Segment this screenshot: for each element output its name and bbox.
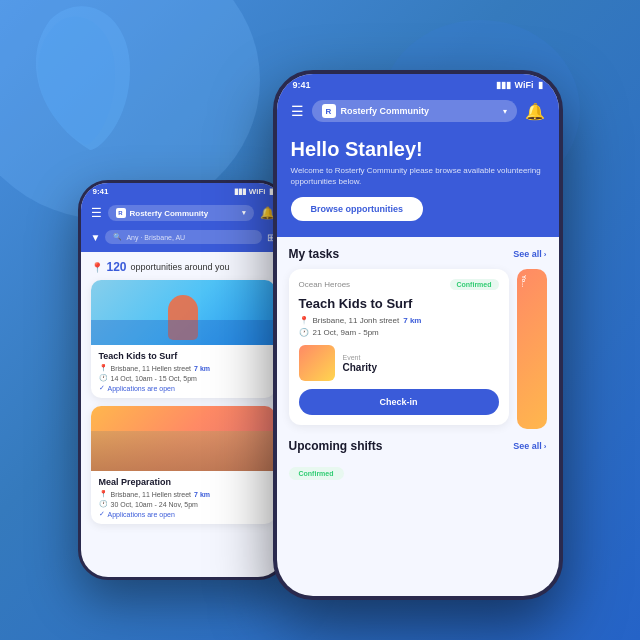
phone-1-card-meal-status: ✓ Applications are open (99, 510, 267, 518)
wifi-icon: WiFi (249, 187, 266, 196)
task-clock-icon: 🕐 (299, 328, 309, 337)
phone-1-card-meal-dist: 7 km (194, 491, 210, 498)
phone-2-logo-pill[interactable]: R Rosterfy Community ▾ (312, 100, 517, 122)
phone-2-my-tasks-header: My tasks See all › (289, 247, 547, 261)
phone-1-card-meal-title: Meal Preparation (99, 477, 267, 487)
phone-1-content: 📍 120 opportunities around you Teach Kid… (81, 252, 285, 540)
phone-1-logo-icon: R (116, 208, 126, 218)
phone-1-card-meal-status-text: Applications are open (108, 511, 175, 518)
browse-opportunities-button[interactable]: Browse opportunities (291, 197, 424, 221)
task-event-img-inner (299, 345, 335, 381)
phone-2-task-card-surf[interactable]: Ocean Heroes Confirmed Teach Kids to Sur… (289, 269, 509, 425)
upcoming-see-all[interactable]: See all › (513, 441, 546, 451)
location-icon: 📍 (99, 364, 108, 372)
phone-2-status-icons: ▮▮▮ WiFi ▮ (496, 80, 543, 90)
phone-2-hero: Hello Stanley! Welcome to Rosterfy Commu… (277, 128, 559, 237)
task-title: Teach Kids to Surf (299, 296, 499, 311)
phone-1-opp-count: 120 (107, 260, 127, 274)
phone-1-time: 9:41 (93, 187, 109, 196)
signal-icon: ▮▮▮ (234, 187, 246, 196)
meal-hands-decoration (91, 431, 275, 471)
phone-2-logo-icon: R (322, 104, 336, 118)
upcoming-shifts-title: Upcoming shifts (289, 439, 383, 453)
phone-1-card-meal[interactable]: Meal Preparation 📍 Brisbane, 11 Hellen s… (91, 406, 275, 524)
phone-2-greeting: Hello Stanley! (291, 138, 545, 161)
task-location-text: Brisbane, 11 Jonh street (313, 316, 400, 325)
phones-container: 9:41 ▮▮▮ WiFi ▮ ☰ R Rosterfy Community ▾… (78, 70, 563, 600)
task-card-partial: Yo... (517, 269, 547, 429)
phone-1-logo-text: Rosterfy Community (130, 209, 209, 218)
phone-1-card-meal-image (91, 406, 275, 471)
phone-1-card-meal-date-text: 30 Oct, 10am - 24 Nov, 5pm (111, 501, 198, 508)
phone-2-task-card-header: Ocean Heroes Confirmed (299, 279, 499, 290)
phone-2: 9:41 ▮▮▮ WiFi ▮ ☰ R Rosterfy Community ▾… (273, 70, 563, 600)
phone-1-statusbar: 9:41 ▮▮▮ WiFi ▮ (81, 183, 285, 200)
my-tasks-see-all[interactable]: See all › (513, 249, 546, 259)
phone-1-card-meal-location: 📍 Brisbane, 11 Hellen street 7 km (99, 490, 267, 498)
phone-2-upcoming-shifts: Upcoming shifts See all › Confirmed (289, 439, 547, 480)
upcoming-confirmed-badge: Confirmed (289, 467, 344, 480)
phone-1-status-icons: ▮▮▮ WiFi ▮ (234, 187, 273, 196)
check-icon-2: ✓ (99, 510, 105, 518)
phone-1-chevron-icon: ▾ (242, 209, 246, 217)
phone-1-card-meal-date: 🕐 30 Oct, 10am - 24 Nov, 5pm (99, 500, 267, 508)
phone-1-logo-pill[interactable]: R Rosterfy Community ▾ (108, 205, 254, 221)
phone-1-card-surf-loc-text: Brisbane, 11 Hellen street (111, 365, 192, 372)
task-cards-row: Ocean Heroes Confirmed Teach Kids to Sur… (289, 269, 547, 435)
phone-1-opp-header: 📍 120 opportunities around you (91, 260, 275, 274)
phone-1-filterbar: ▼ 🔍 Any · Brisbane, AU ⊞ (81, 226, 285, 252)
phone-1-card-surf-dist: 7 km (194, 365, 210, 372)
phone-2-upcoming-header: Upcoming shifts See all › (289, 439, 547, 453)
task-distance: 7 km (403, 316, 421, 325)
task-status-badge: Confirmed (450, 279, 499, 290)
task-location: 📍 Brisbane, 11 Jonh street 7 km (299, 316, 499, 325)
phone-1-pin-icon: 📍 (91, 262, 103, 273)
phone-2-content: My tasks See all › Ocean Heroes Confirme… (277, 237, 559, 490)
partial-card-text: Yo... (517, 269, 531, 293)
phone-1: 9:41 ▮▮▮ WiFi ▮ ☰ R Rosterfy Community ▾… (78, 180, 288, 580)
phone-1-search-box[interactable]: 🔍 Any · Brisbane, AU (105, 230, 261, 244)
checkin-button[interactable]: Check-in (299, 389, 499, 415)
my-tasks-title: My tasks (289, 247, 340, 261)
task-date-text: 21 Oct, 9am - 5pm (313, 328, 379, 337)
task-event-image (299, 345, 335, 381)
phone-2-wifi-icon: WiFi (515, 80, 534, 90)
task-event-label: Event (343, 354, 499, 361)
phone-1-card-surf-image (91, 280, 275, 345)
phone-1-card-surf[interactable]: Teach Kids to Surf 📍 Brisbane, 11 Hellen… (91, 280, 275, 398)
location-icon-2: 📍 (99, 490, 108, 498)
phone-1-filter-icon[interactable]: ▼ (91, 232, 101, 243)
phone-1-card-surf-location: 📍 Brisbane, 11 Hellen street 7 km (99, 364, 267, 372)
phone-2-bell-icon[interactable]: 🔔 (525, 102, 545, 121)
task-location-icon: 📍 (299, 316, 309, 325)
upcoming-see-all-chevron-icon: › (544, 442, 547, 451)
phone-1-search-text: Any · Brisbane, AU (126, 234, 185, 241)
check-icon: ✓ (99, 384, 105, 392)
phone-1-screen: 9:41 ▮▮▮ WiFi ▮ ☰ R Rosterfy Community ▾… (81, 183, 285, 577)
phone-1-opp-text: opportunities around you (131, 262, 230, 272)
see-all-label: See all (513, 249, 542, 259)
phone-1-header: ☰ R Rosterfy Community ▾ 🔔 (81, 200, 285, 226)
phone-1-card-surf-date: 🕐 14 Oct, 10am - 15 Oct, 5pm (99, 374, 267, 382)
phone-1-card-surf-date-text: 14 Oct, 10am - 15 Oct, 5pm (111, 375, 197, 382)
phone-1-card-surf-status-text: Applications are open (108, 385, 175, 392)
phone-1-card-surf-status: ✓ Applications are open (99, 384, 267, 392)
task-organizer: Ocean Heroes (299, 280, 351, 289)
search-icon: 🔍 (113, 233, 122, 241)
upcoming-see-all-label: See all (513, 441, 542, 451)
phone-2-header: ☰ R Rosterfy Community ▾ 🔔 (277, 94, 559, 128)
phone-1-card-surf-info: Teach Kids to Surf 📍 Brisbane, 11 Hellen… (91, 345, 275, 398)
phone-2-statusbar: 9:41 ▮▮▮ WiFi ▮ (277, 74, 559, 94)
phone-2-signal-icon: ▮▮▮ (496, 80, 511, 90)
clock-icon: 🕐 (99, 374, 108, 382)
phone-2-battery-icon: ▮ (538, 80, 543, 90)
phone-2-time: 9:41 (293, 80, 311, 90)
surf-water-decoration (91, 320, 275, 345)
phone-2-hamburger-icon[interactable]: ☰ (291, 104, 304, 118)
phone-1-hamburger-icon[interactable]: ☰ (91, 206, 102, 220)
phone-1-card-meal-info: Meal Preparation 📍 Brisbane, 11 Hellen s… (91, 471, 275, 524)
phone-2-chevron-icon: ▾ (503, 107, 507, 116)
phone-2-welcome-text: Welcome to Rosterfy Community please bro… (291, 165, 545, 187)
task-date: 🕐 21 Oct, 9am - 5pm (299, 328, 499, 337)
task-event-row: Event Charity (299, 345, 499, 381)
